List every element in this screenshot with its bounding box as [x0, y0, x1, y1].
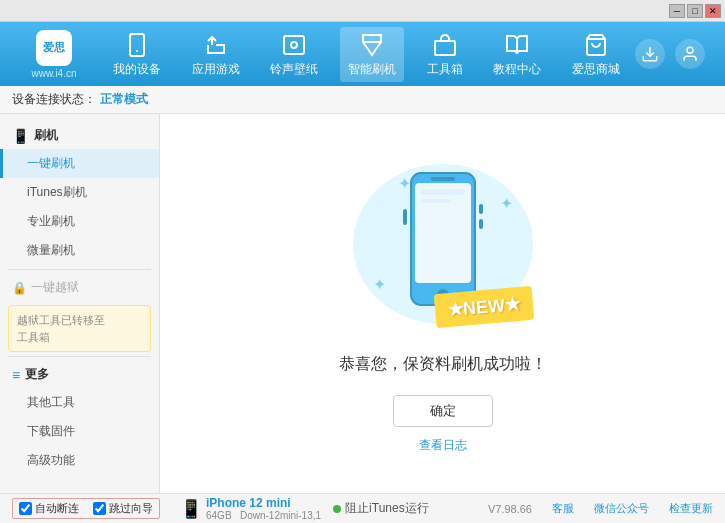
close-button[interactable]: ✕ [705, 4, 721, 18]
auto-reconnect-input[interactable] [19, 502, 32, 515]
nav-mall[interactable]: 爱思商城 [564, 27, 628, 82]
itunes-status-dot [333, 505, 341, 513]
version-info: V7.98.66 [488, 503, 532, 515]
svg-rect-5 [435, 41, 455, 55]
phone-illustration: ✦ ✦ ✦ ★NEW★ [343, 154, 543, 334]
flash-section-icon: 📱 [12, 128, 29, 144]
status-label: 设备连接状态： [12, 91, 96, 108]
device-info: iPhone 12 mini 64GB Down-12mini-13,1 [206, 496, 321, 521]
svg-rect-0 [130, 34, 144, 56]
svg-rect-15 [403, 209, 407, 225]
smart-flash-icon [358, 31, 386, 59]
nav-my-device[interactable]: 我的设备 [105, 27, 169, 82]
device-detail: 64GB Down-12mini-13,1 [206, 510, 321, 521]
sidebar-jailbreak-section: 🔒 一键越狱 越狱工具已转移至工具箱 [0, 274, 159, 352]
user-button[interactable] [675, 39, 705, 69]
app-games-icon [202, 31, 230, 59]
my-device-icon [123, 31, 151, 59]
sidebar-item-other-tools[interactable]: 其他工具 [0, 388, 159, 417]
header: 爱思 www.i4.cn 我的设备 应用游戏 铃声壁纸 智能刷机 [0, 22, 725, 86]
skip-wizard-input[interactable] [93, 502, 106, 515]
jailbreak-notice: 越狱工具已转移至工具箱 [8, 305, 151, 352]
svg-rect-14 [421, 199, 451, 203]
svg-rect-10 [415, 183, 471, 283]
status-value: 正常模式 [100, 91, 148, 108]
sidebar: 📱 刷机 一键刷机 iTunes刷机 专业刷机 微量刷机 🔒 一键越狱 [0, 114, 160, 493]
status-bar: 设备连接状态： 正常模式 [0, 86, 725, 114]
nav-toolbox[interactable]: 工具箱 [419, 27, 471, 82]
sidebar-item-battery-flash[interactable]: 微量刷机 [0, 236, 159, 265]
bottom-right-info: V7.98.66 客服 微信公众号 检查更新 [488, 501, 713, 516]
logo-area: 爱思 www.i4.cn [10, 30, 98, 79]
sparkle-1: ✦ [398, 174, 411, 193]
nav-smart-flash[interactable]: 智能刷机 [340, 27, 404, 82]
sidebar-flash-header: 📱 刷机 [0, 122, 159, 149]
sidebar-item-one-key-flash[interactable]: 一键刷机 [0, 149, 159, 178]
svg-rect-11 [431, 177, 455, 181]
bottom-bar: 自动断连 跳过向导 📱 iPhone 12 mini 64GB Down-12m… [0, 493, 725, 523]
auto-reconnect-checkbox[interactable]: 自动断连 [19, 501, 79, 516]
phone-svg [403, 169, 483, 309]
customer-service-link[interactable]: 客服 [552, 501, 574, 516]
sparkle-3: ✦ [373, 275, 386, 294]
main-content: 📱 刷机 一键刷机 iTunes刷机 专业刷机 微量刷机 🔒 一键越狱 [0, 114, 725, 493]
sidebar-item-advanced[interactable]: 高级功能 [0, 446, 159, 475]
divider-1 [8, 269, 151, 270]
check-update-link[interactable]: 检查更新 [669, 501, 713, 516]
maximize-button[interactable]: □ [687, 4, 703, 18]
svg-point-3 [291, 42, 297, 48]
nav-tutorial[interactable]: 教程中心 [485, 27, 549, 82]
toolbox-icon [431, 31, 459, 59]
device-phone-icon: 📱 [180, 498, 202, 520]
view-log-link[interactable]: 查看日志 [419, 437, 467, 454]
confirm-button[interactable]: 确定 [393, 395, 493, 427]
logo-icon: 爱思 [36, 30, 72, 66]
sidebar-more-section: ≡ 更多 其他工具 下载固件 高级功能 [0, 361, 159, 475]
sparkle-2: ✦ [500, 194, 513, 213]
wechat-link[interactable]: 微信公众号 [594, 501, 649, 516]
success-message: 恭喜您，保资料刷机成功啦！ [339, 354, 547, 375]
sidebar-item-download-firmware[interactable]: 下载固件 [0, 417, 159, 446]
sidebar-jailbreak-header: 🔒 一键越狱 [0, 274, 159, 301]
nav-items: 我的设备 应用游戏 铃声壁纸 智能刷机 工具箱 [98, 27, 635, 82]
skip-wizard-checkbox[interactable]: 跳过向导 [93, 501, 153, 516]
ringtone-icon [280, 31, 308, 59]
header-right [635, 39, 705, 69]
mall-icon [582, 31, 610, 59]
minimize-button[interactable]: ─ [669, 4, 685, 18]
nav-ringtone[interactable]: 铃声壁纸 [262, 27, 326, 82]
sidebar-flash-section: 📱 刷机 一键刷机 iTunes刷机 专业刷机 微量刷机 [0, 122, 159, 265]
logo-url: www.i4.cn [31, 68, 76, 79]
sidebar-item-itunes-flash[interactable]: iTunes刷机 [0, 178, 159, 207]
sidebar-more-header: ≡ 更多 [0, 361, 159, 388]
checkbox-row: 自动断连 跳过向导 [12, 498, 160, 519]
download-button[interactable] [635, 39, 665, 69]
more-section-icon: ≡ [12, 367, 20, 383]
divider-2 [8, 356, 151, 357]
itunes-status: 阻止iTunes运行 [333, 500, 429, 517]
svg-point-8 [687, 47, 693, 53]
svg-rect-13 [421, 189, 465, 195]
tutorial-icon [503, 31, 531, 59]
svg-rect-17 [479, 219, 483, 229]
lock-icon: 🔒 [12, 281, 27, 295]
svg-rect-16 [479, 204, 483, 214]
sidebar-item-pro-flash[interactable]: 专业刷机 [0, 207, 159, 236]
title-bar: ─ □ ✕ [0, 0, 725, 22]
svg-rect-2 [284, 36, 304, 54]
nav-app-games[interactable]: 应用游戏 [184, 27, 248, 82]
device-name: iPhone 12 mini [206, 496, 321, 510]
content-area: ✦ ✦ ✦ ★NEW★ 恭 [160, 114, 725, 493]
